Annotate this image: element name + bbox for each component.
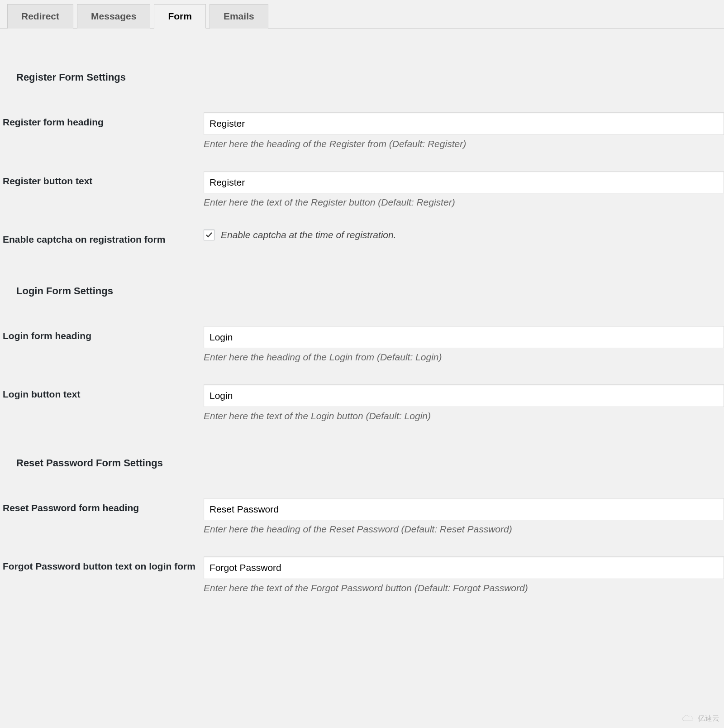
settings-form: Register Form Settings Register form hea… bbox=[0, 47, 724, 604]
input-register-button[interactable] bbox=[204, 171, 724, 194]
checkbox-label-register-captcha: Enable captcha at the time of registrati… bbox=[221, 230, 396, 240]
input-register-heading[interactable] bbox=[204, 112, 724, 135]
label-register-captcha: Enable captcha on registration form bbox=[0, 219, 204, 260]
input-reset-heading[interactable] bbox=[204, 498, 724, 521]
desc-reset-button: Enter here the text of the Forgot Passwo… bbox=[204, 583, 724, 594]
section-reset-title: Reset Password Form Settings bbox=[0, 432, 724, 487]
tab-messages[interactable]: Messages bbox=[77, 4, 150, 29]
label-reset-button: Forgot Password button text on login for… bbox=[0, 546, 204, 604]
desc-login-heading: Enter here the heading of the Login from… bbox=[204, 352, 724, 363]
row-login-button: Login button text Enter here the text of… bbox=[0, 374, 724, 432]
checkbox-register-captcha[interactable] bbox=[204, 230, 214, 240]
label-login-button: Login button text bbox=[0, 374, 204, 432]
desc-register-heading: Enter here the heading of the Register f… bbox=[204, 139, 724, 149]
tab-form[interactable]: Form bbox=[154, 4, 206, 29]
row-reset-button: Forgot Password button text on login for… bbox=[0, 546, 724, 604]
tab-redirect[interactable]: Redirect bbox=[7, 4, 73, 29]
input-login-heading[interactable] bbox=[204, 326, 724, 349]
label-register-heading: Register form heading bbox=[0, 101, 204, 160]
label-reset-heading: Reset Password form heading bbox=[0, 487, 204, 546]
desc-login-button: Enter here the text of the Login button … bbox=[204, 411, 724, 421]
tab-emails[interactable]: Emails bbox=[210, 4, 268, 29]
section-register-title: Register Form Settings bbox=[0, 47, 724, 101]
row-register-captcha: Enable captcha on registration form Enab… bbox=[0, 219, 724, 260]
label-login-heading: Login form heading bbox=[0, 315, 204, 374]
desc-register-button: Enter here the text of the Register butt… bbox=[204, 197, 724, 208]
row-register-heading: Register form heading Enter here the hea… bbox=[0, 101, 724, 160]
check-icon bbox=[205, 231, 213, 239]
label-register-button: Register button text bbox=[0, 160, 204, 219]
row-login-heading: Login form heading Enter here the headin… bbox=[0, 315, 724, 374]
section-login-title: Login Form Settings bbox=[0, 260, 724, 315]
tab-bar: Redirect Messages Form Emails bbox=[0, 0, 724, 29]
row-register-button: Register button text Enter here the text… bbox=[0, 160, 724, 219]
input-login-button[interactable] bbox=[204, 384, 724, 407]
input-reset-button[interactable] bbox=[204, 556, 724, 579]
desc-reset-heading: Enter here the heading of the Reset Pass… bbox=[204, 524, 724, 535]
row-reset-heading: Reset Password form heading Enter here t… bbox=[0, 487, 724, 546]
